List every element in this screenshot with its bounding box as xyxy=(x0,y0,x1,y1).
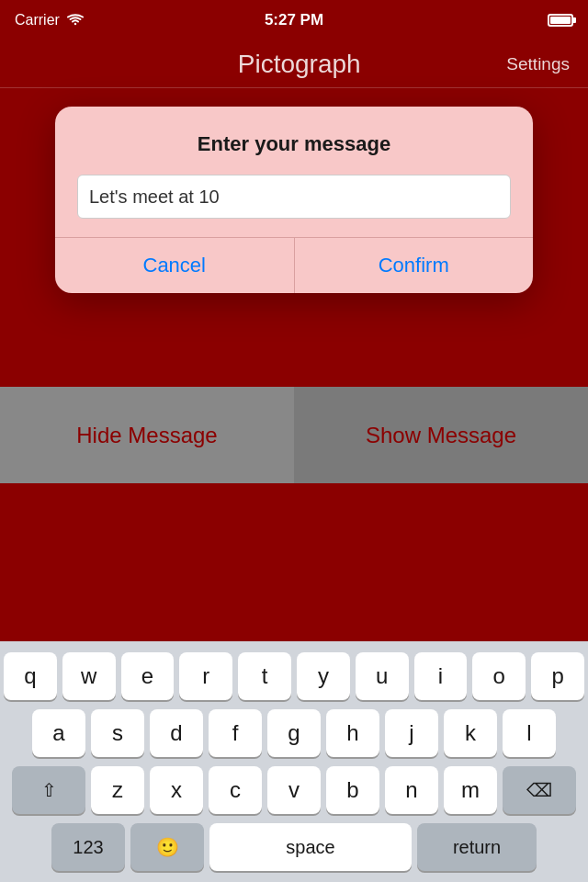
key-o[interactable]: o xyxy=(472,652,526,700)
key-c[interactable]: c xyxy=(209,766,262,814)
carrier-label: Carrier xyxy=(15,12,60,28)
nav-title: Pictograph xyxy=(238,50,361,79)
key-d[interactable]: d xyxy=(150,709,203,757)
key-r[interactable]: r xyxy=(179,652,232,700)
dialog-body: Enter your message xyxy=(55,107,533,237)
key-x[interactable]: x xyxy=(150,766,203,814)
status-time: 5:27 PM xyxy=(265,11,323,29)
keyboard-row-4: 123 🙂 space return xyxy=(4,823,584,871)
key-m[interactable]: m xyxy=(444,766,497,814)
status-bar: Carrier 5:27 PM xyxy=(0,0,588,40)
cancel-button[interactable]: Cancel xyxy=(55,238,295,293)
dialog: Enter your message Cancel Confirm xyxy=(55,107,533,293)
return-key[interactable]: return xyxy=(417,823,537,871)
confirm-button[interactable]: Confirm xyxy=(295,238,534,293)
key-g[interactable]: g xyxy=(267,709,321,757)
keyboard-row-2: a s d f g h j k l xyxy=(4,709,584,757)
message-input[interactable] xyxy=(77,175,511,219)
space-key[interactable]: space xyxy=(209,823,412,871)
key-j[interactable]: j xyxy=(385,709,438,757)
key-i[interactable]: i xyxy=(414,652,468,700)
battery-icon xyxy=(548,14,573,27)
key-q[interactable]: q xyxy=(4,652,57,700)
key-a[interactable]: a xyxy=(32,709,85,757)
key-n[interactable]: n xyxy=(385,766,438,814)
backspace-key[interactable]: ⌫ xyxy=(503,766,576,814)
dialog-title: Enter your message xyxy=(77,132,511,156)
keyboard: q w e r t y u i o p a s d f g h j k l ⇧ … xyxy=(0,641,588,882)
key-z[interactable]: z xyxy=(91,766,144,814)
key-l[interactable]: l xyxy=(503,709,556,757)
key-t[interactable]: t xyxy=(238,652,291,700)
key-v[interactable]: v xyxy=(267,766,321,814)
wifi-icon xyxy=(67,14,84,27)
hide-message-button[interactable]: Hide Message xyxy=(0,387,294,483)
show-message-button[interactable]: Show Message xyxy=(294,387,588,483)
status-left: Carrier xyxy=(15,12,84,28)
key-w[interactable]: w xyxy=(62,652,116,700)
emoji-key[interactable]: 🙂 xyxy=(130,823,204,871)
settings-button[interactable]: Settings xyxy=(506,54,570,74)
main-content: Enter your message Cancel Confirm Hide M… xyxy=(0,88,588,483)
key-u[interactable]: u xyxy=(356,652,409,700)
keyboard-row-1: q w e r t y u i o p xyxy=(4,652,584,700)
key-e[interactable]: e xyxy=(121,652,175,700)
nav-bar: Pictograph Settings xyxy=(0,40,588,88)
key-b[interactable]: b xyxy=(326,766,379,814)
num-key[interactable]: 123 xyxy=(51,823,125,871)
key-y[interactable]: y xyxy=(297,652,350,700)
shift-key[interactable]: ⇧ xyxy=(12,766,85,814)
key-k[interactable]: k xyxy=(444,709,497,757)
key-f[interactable]: f xyxy=(209,709,262,757)
dialog-buttons: Cancel Confirm xyxy=(55,237,533,293)
key-p[interactable]: p xyxy=(531,652,584,700)
key-s[interactable]: s xyxy=(91,709,144,757)
keyboard-row-3: ⇧ z x c v b n m ⌫ xyxy=(4,766,584,814)
status-right xyxy=(548,14,573,27)
key-h[interactable]: h xyxy=(326,709,379,757)
action-buttons: Hide Message Show Message xyxy=(0,387,588,483)
